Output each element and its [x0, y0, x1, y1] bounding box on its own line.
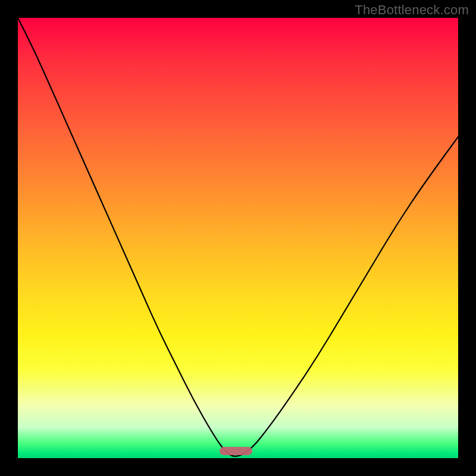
minimum-marker — [220, 447, 253, 455]
plot-area — [18, 18, 458, 458]
bottleneck-curve — [18, 18, 458, 456]
curve-svg — [18, 18, 458, 458]
chart-frame: TheBottleneck.com — [0, 0, 476, 476]
watermark-text: TheBottleneck.com — [355, 2, 469, 18]
